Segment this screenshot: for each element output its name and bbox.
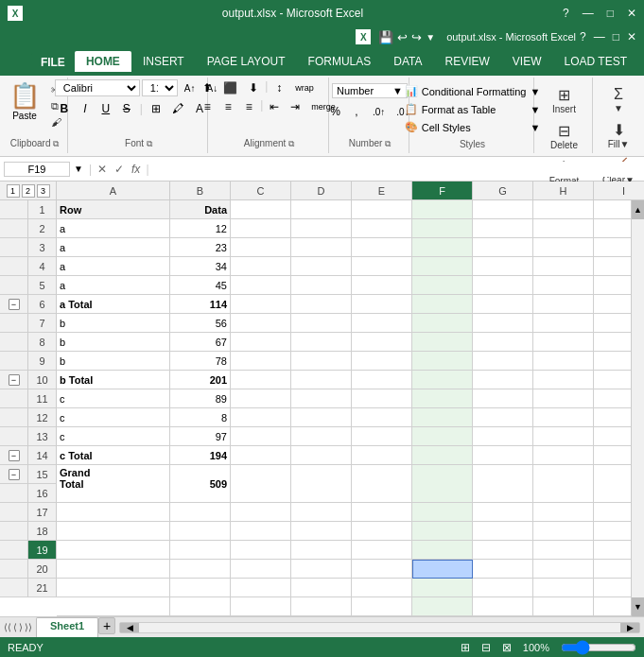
row-num-4[interactable]: 4 bbox=[28, 257, 57, 276]
cell-i4[interactable] bbox=[594, 257, 631, 276]
row-num-17[interactable]: 17 bbox=[28, 503, 57, 522]
cell-d11[interactable] bbox=[291, 389, 352, 408]
cell-a9[interactable]: b bbox=[57, 352, 170, 371]
cell-a12[interactable]: c bbox=[57, 408, 170, 427]
cell-a3[interactable]: a bbox=[57, 238, 170, 257]
qa-undo[interactable]: ↩ bbox=[397, 30, 408, 44]
cell-d14[interactable] bbox=[291, 446, 352, 465]
increase-decimal-btn[interactable]: .0↑ bbox=[368, 103, 390, 120]
cell-i6[interactable] bbox=[594, 295, 631, 314]
cell-e20[interactable] bbox=[352, 579, 412, 597]
cell-h16[interactable] bbox=[533, 503, 594, 522]
cell-b16[interactable] bbox=[170, 503, 231, 522]
cell-d6[interactable] bbox=[291, 295, 352, 314]
row-num-8[interactable]: 8 bbox=[28, 333, 57, 352]
font-size-selector[interactable]: 11 bbox=[142, 79, 178, 96]
cell-h15[interactable] bbox=[533, 465, 594, 503]
scroll-track[interactable] bbox=[632, 219, 644, 597]
cell-g11[interactable] bbox=[473, 389, 533, 408]
minimize-btn[interactable]: — bbox=[594, 30, 605, 43]
align-left-btn[interactable]: ≡ bbox=[198, 98, 217, 115]
cell-a8[interactable]: b bbox=[57, 333, 170, 352]
view-page-break-btn[interactable]: ⊠ bbox=[502, 641, 512, 654]
cell-h1[interactable] bbox=[533, 200, 594, 219]
cell-c4[interactable] bbox=[231, 257, 291, 276]
h-scroll-track[interactable] bbox=[139, 623, 620, 632]
cell-d5[interactable] bbox=[291, 276, 352, 295]
tab-insert[interactable]: INSERT bbox=[131, 51, 196, 72]
text-direction-btn[interactable]: ↕ bbox=[270, 79, 288, 96]
row-num-11[interactable]: 11 bbox=[28, 389, 57, 408]
cell-d18[interactable] bbox=[291, 541, 352, 560]
outline-r14[interactable]: − bbox=[0, 446, 28, 465]
cell-reference-input[interactable]: F19 bbox=[4, 162, 70, 177]
cell-f3[interactable] bbox=[412, 238, 473, 257]
cell-i8[interactable] bbox=[594, 333, 631, 352]
cell-c13[interactable] bbox=[231, 427, 291, 446]
cell-d9[interactable] bbox=[291, 352, 352, 371]
sheet-nav-first[interactable]: ⟨⟨ bbox=[4, 622, 11, 632]
cell-e1[interactable] bbox=[352, 200, 412, 219]
sheet-tab-sheet1[interactable]: Sheet1 bbox=[36, 617, 98, 637]
cell-c9[interactable] bbox=[231, 352, 291, 371]
cell-h14[interactable] bbox=[533, 446, 594, 465]
cell-i13[interactable] bbox=[594, 427, 631, 446]
cell-g15[interactable] bbox=[473, 465, 533, 503]
cell-f6[interactable] bbox=[412, 295, 473, 314]
minimize-icon[interactable]: — bbox=[583, 7, 594, 20]
row-num-20[interactable]: 20 bbox=[28, 560, 57, 579]
row-num-3[interactable]: 3 bbox=[28, 238, 57, 257]
row-num-1[interactable]: 1 bbox=[28, 200, 57, 219]
align-center-btn[interactable]: ≡ bbox=[218, 98, 237, 115]
cell-c10[interactable] bbox=[231, 371, 291, 389]
cell-i11[interactable] bbox=[594, 389, 631, 408]
cell-h6[interactable] bbox=[533, 295, 594, 314]
row-num-15[interactable]: 15 bbox=[28, 465, 57, 484]
cell-c17[interactable] bbox=[231, 522, 291, 541]
cell-f17[interactable] bbox=[412, 522, 473, 541]
percent-btn[interactable]: % bbox=[325, 103, 345, 120]
cell-f9[interactable] bbox=[412, 352, 473, 371]
comma-btn[interactable]: , bbox=[347, 103, 366, 120]
cell-g5[interactable] bbox=[473, 276, 533, 295]
italic-button[interactable]: I bbox=[76, 100, 95, 117]
tab-view[interactable]: VIEW bbox=[501, 51, 553, 72]
row-num-12[interactable]: 12 bbox=[28, 408, 57, 427]
cell-i7[interactable] bbox=[594, 314, 631, 333]
cell-f10[interactable] bbox=[412, 371, 473, 389]
conditional-formatting-btn[interactable]: 📊 Conditional Formatting ▼ bbox=[399, 83, 547, 99]
row-num-13[interactable]: 13 bbox=[28, 427, 57, 446]
cell-c14[interactable] bbox=[231, 446, 291, 465]
cell-h2[interactable] bbox=[533, 219, 594, 238]
cell-c3[interactable] bbox=[231, 238, 291, 257]
add-sheet-btn[interactable]: + bbox=[98, 617, 115, 634]
cell-b19[interactable] bbox=[170, 560, 231, 579]
cell-h13[interactable] bbox=[533, 427, 594, 446]
cell-g7[interactable] bbox=[473, 314, 533, 333]
vertical-scrollbar[interactable]: ▲ ▼ bbox=[631, 200, 644, 616]
align-right-btn[interactable]: ≡ bbox=[239, 98, 258, 115]
fill-btn[interactable]: ⬇ Fill▼ bbox=[601, 118, 635, 152]
outline-level-1-btn[interactable]: 1 bbox=[7, 184, 20, 198]
tab-load-test[interactable]: LOAD TEST bbox=[553, 51, 638, 72]
collapse-grand-btn[interactable]: − bbox=[9, 469, 20, 480]
decrease-indent-btn[interactable]: ⇤ bbox=[265, 98, 284, 115]
cell-f13[interactable] bbox=[412, 427, 473, 446]
qa-more[interactable]: ▼ bbox=[426, 32, 435, 43]
cell-g16[interactable] bbox=[473, 503, 533, 522]
cell-c11[interactable] bbox=[231, 389, 291, 408]
cell-f18[interactable] bbox=[412, 541, 473, 560]
cell-d8[interactable] bbox=[291, 333, 352, 352]
cell-i16[interactable] bbox=[594, 503, 631, 522]
scroll-down-btn[interactable]: ▼ bbox=[632, 597, 644, 616]
outline-r6[interactable]: − bbox=[0, 295, 28, 314]
bold-button[interactable]: B bbox=[55, 100, 74, 117]
col-header-g[interactable]: G bbox=[473, 182, 533, 199]
cell-f14[interactable] bbox=[412, 446, 473, 465]
cell-e15[interactable] bbox=[352, 465, 412, 503]
paste-button[interactable]: 📋 Paste bbox=[4, 79, 45, 123]
cell-e13[interactable] bbox=[352, 427, 412, 446]
row-num-10[interactable]: 10 bbox=[28, 371, 57, 389]
outline-level-3-btn[interactable]: 3 bbox=[37, 184, 50, 198]
tab-file[interactable]: FILE bbox=[31, 53, 75, 72]
